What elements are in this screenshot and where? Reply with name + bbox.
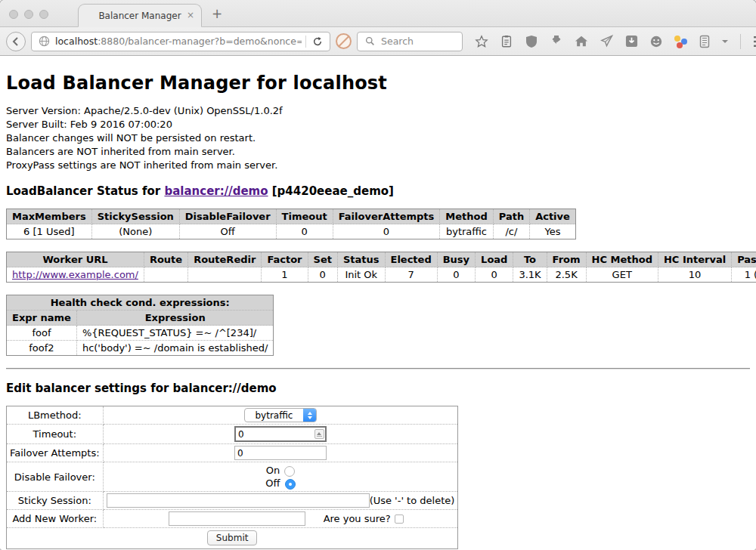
home-icon[interactable] [574,34,589,49]
column-header: DisableFailover [179,209,276,224]
table-row: 6 [1 Used] (None) Off 0 0 bytraffic /c/ … [7,224,576,239]
radio-on-label: On [266,465,280,476]
search-bar[interactable]: Search [357,32,463,51]
proxypass-note-line: ProxyPass settings are NOT inherited fro… [6,159,750,172]
chevron-down-icon[interactable] [722,40,728,43]
worker-url-cell: http://www.example.com/ [7,267,144,283]
table-cell: /c/ [493,224,529,239]
are-you-sure-checkbox[interactable] [395,514,404,524]
send-tab-icon[interactable] [599,34,614,49]
table-cell: 0 [476,267,513,283]
table-row: foof %{REQUEST_STATUS} =~ /^[234]/ [7,326,274,341]
expression-cell: hc('body') =~ /domain is established/ [76,341,274,356]
form-row-submit: Submit [7,528,458,549]
toolbar-icons [474,34,756,49]
column-header: HC Method [586,252,658,267]
back-arrow-icon [11,37,20,46]
table-header-row: Worker URL Route RouteRedir Factor Set S… [7,252,756,267]
form-row-timeout: Timeout: [7,425,458,444]
reload-icon[interactable] [310,34,325,49]
url-domain: localhost [55,36,98,47]
column-header: FailoverAttempts [333,209,440,224]
number-stepper-icon[interactable] [314,429,324,439]
column-header: RouteRedir [188,252,262,267]
page-title: Load Balancer Manager for localhost [6,73,750,94]
bookmark-star-icon[interactable] [474,34,489,49]
health-check-table: Health check cond. expressions: Expr nam… [6,295,274,356]
form-row-sticky-session: Sticky Session: (Use '-' to delete) [7,492,458,510]
tab-balancer-manager[interactable]: Balancer Manager × [78,4,202,27]
form-row-disable-failover: Disable Failover: On Off [7,462,458,492]
zoom-window-button[interactable] [39,10,48,19]
column-header: Elected [385,252,437,267]
expression-cell: %{REQUEST_STATUS} =~ /^[234]/ [76,326,274,341]
timeout-input[interactable] [234,426,327,442]
lbmethod-select[interactable]: bytraffic [244,408,318,422]
column-header: Timeout [276,209,333,224]
feedback-smiley-icon[interactable] [649,34,664,49]
back-button[interactable] [6,32,26,51]
sticky-session-input[interactable] [107,493,370,508]
sticky-delete-hint: (Use '-' to delete) [370,495,455,506]
column-header: Factor [262,252,308,267]
failover-attempts-input[interactable] [234,446,327,460]
shield-icon[interactable] [524,34,539,49]
expr-name-cell: foof [7,326,77,341]
table-cell: 1 (0) [732,267,756,283]
table-cell: 2.5K [547,267,586,283]
column-header: To [513,252,547,267]
radio-off-label: Off [265,477,280,489]
url-text[interactable]: localhost:8880/balancer-manager?b=demo&n… [55,36,302,47]
table-cell: Off [179,224,276,239]
downloads-icon[interactable] [549,34,564,49]
column-header: Active [530,209,576,224]
table-header-row: MaxMembers StickySession DisableFailover… [7,209,576,224]
new-tab-button[interactable]: + [212,6,222,21]
url-divider [305,36,306,48]
table-cell: bytraffic [440,224,493,239]
balancer-demo-link[interactable]: balancer://demo [164,184,268,198]
tab-close-icon[interactable]: × [187,11,194,20]
expr-name-cell: foof2 [7,341,77,356]
form-row-add-worker: Add New Worker: Are you sure? [7,510,458,528]
disable-failover-on-radio[interactable] [284,466,295,477]
toolbar-separator [740,34,741,49]
column-header: MaxMembers [7,209,92,224]
close-window-button[interactable] [9,10,18,19]
table-cell: 1 [262,267,308,283]
table-cell: 0 [437,267,475,283]
persist-note-line: Balancer changes will NOT be persisted o… [6,131,750,145]
search-icon [362,34,377,49]
url-bar[interactable]: localhost:8880/balancer-manager?b=demo&n… [31,32,330,51]
lbmethod-selected-value: bytraffic [245,409,304,422]
timeout-label: Timeout: [7,425,104,444]
table-cell: GET [586,267,658,283]
extension-dots-icon[interactable] [674,35,687,48]
reading-list-icon[interactable] [499,34,514,49]
are-you-sure-label: Are you sure? [324,513,391,524]
health-table-title: Health check cond. expressions: [7,295,274,311]
server-info: Server Version: Apache/2.5.0-dev (Unix) … [6,104,750,172]
column-header: Set [308,252,337,267]
balancer-status-table: MaxMembers StickySession DisableFailover… [6,209,576,239]
pocket-icon[interactable] [624,34,639,49]
column-header: Expression [76,311,274,326]
worker-url-link[interactable]: http://www.example.com/ [12,269,138,280]
tab-strip: Balancer Manager × + [0,0,756,27]
disable-failover-off-radio[interactable] [285,479,296,490]
lbmethod-label: LBmethod: [7,406,104,425]
submit-button[interactable]: Submit [207,530,258,545]
browser-window: Balancer Manager × + localhost:8880/bala… [0,0,756,550]
add-worker-label: Add New Worker: [7,510,104,528]
window-controls[interactable] [9,10,48,19]
form-row-lbmethod: LBmethod: bytraffic [7,406,458,425]
container-list-icon[interactable] [697,34,712,49]
table-row: http://www.example.com/ 1 0 Init Ok 7 0 … [7,267,756,283]
add-worker-input[interactable] [169,511,305,526]
minimize-window-button[interactable] [24,10,33,19]
sticky-session-label: Sticky Session: [7,492,104,510]
table-header-row: Health check cond. expressions: [7,295,274,311]
menu-hamburger-icon[interactable] [753,34,756,49]
content-blocked-icon[interactable] [336,33,352,49]
table-cell: 7 [385,267,437,283]
